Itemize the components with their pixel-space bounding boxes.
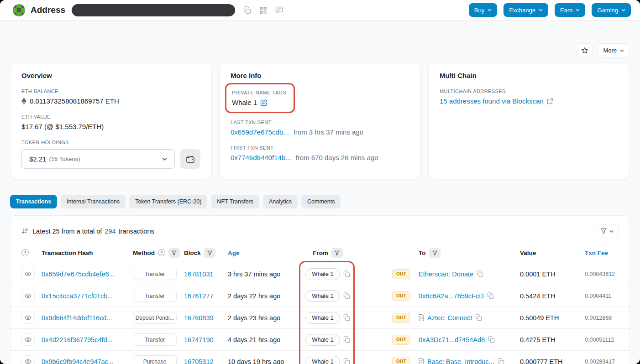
first-txn-hash-link[interactable]: 0x7746d6440f14b... bbox=[231, 154, 291, 161]
last-txn-time: from 3 hrs 37 mins ago bbox=[294, 128, 363, 136]
summary-count-link[interactable]: 294 bbox=[105, 228, 115, 235]
from-name-tag[interactable]: Whale 1 bbox=[305, 334, 340, 346]
tab-token-transfers[interactable]: Token Transfers (ERC-20) bbox=[129, 195, 207, 208]
copy-icon[interactable] bbox=[475, 314, 482, 321]
private-tags-label: PRIVATE NAME TAGS bbox=[232, 90, 286, 95]
preview-eye-button[interactable] bbox=[21, 312, 35, 324]
method-help-icon[interactable]: ? bbox=[158, 249, 165, 256]
to-link[interactable]: Base: Base, Introduc... bbox=[427, 358, 494, 364]
block-link[interactable]: 16705312 bbox=[184, 358, 228, 364]
col-txn-fee[interactable]: Txn Fee bbox=[585, 250, 619, 256]
to-link[interactable]: Etherscan: Donate bbox=[419, 270, 473, 278]
transactions-toolbar: Latest 25 from a total of 294 transactio… bbox=[10, 224, 630, 238]
col-age-toggle[interactable]: Age bbox=[228, 250, 297, 256]
from-name-tag[interactable]: Whale 1 bbox=[305, 312, 340, 324]
preview-eye-button[interactable] bbox=[21, 355, 35, 364]
from-cell: Whale 1 bbox=[297, 268, 358, 280]
tab-comments[interactable]: Comments bbox=[301, 195, 341, 208]
holdings-amount: $2.21 bbox=[29, 155, 47, 163]
edit-tag-icon[interactable] bbox=[260, 99, 268, 106]
to-cell: 0x6c6A2a...7659cFcD bbox=[419, 292, 520, 300]
col-from: From bbox=[297, 248, 358, 258]
block-link[interactable]: 16781031 bbox=[184, 270, 228, 278]
method-filter-button[interactable] bbox=[168, 248, 180, 258]
from-cell: Whale 1 bbox=[297, 312, 358, 324]
last-txn-hash-link[interactable]: 0x659d7e675cdb... bbox=[231, 128, 289, 136]
copy-address-icon[interactable] bbox=[243, 6, 251, 14]
more-options-button[interactable]: More bbox=[597, 43, 630, 57]
from-name-tag[interactable]: Whale 1 bbox=[305, 356, 340, 364]
token-holdings-row: $2.21 (15 Tokens) bbox=[21, 149, 200, 169]
txn-hash-link[interactable]: 0x9d664f14ddef116cd... bbox=[42, 314, 133, 322]
buy-button[interactable]: Buy bbox=[469, 3, 497, 17]
direction-badge: OUT bbox=[392, 291, 410, 301]
earn-button[interactable]: Earn bbox=[555, 3, 585, 17]
external-link-icon bbox=[547, 98, 553, 104]
eth-value-text: $17.67 (@ $1,553.79/ETH) bbox=[21, 123, 200, 130]
txn-hash-link[interactable]: 0x659d7e675cdb4efe6... bbox=[42, 270, 133, 278]
tab-internal-transactions[interactable]: Internal Transactions bbox=[61, 195, 126, 208]
wallet-icon bbox=[186, 156, 194, 163]
from-name-tag[interactable]: Whale 1 bbox=[305, 290, 340, 302]
preview-eye-button[interactable] bbox=[21, 290, 35, 302]
copy-icon[interactable] bbox=[498, 358, 504, 364]
navbar-menu: Buy Exchange Earn Gaming bbox=[469, 3, 631, 17]
eye-icon bbox=[25, 315, 31, 320]
star-icon bbox=[581, 47, 588, 54]
preview-eye-button[interactable] bbox=[21, 268, 35, 280]
to-link[interactable]: Aztec: Connect bbox=[427, 314, 472, 322]
block-filter-button[interactable] bbox=[204, 248, 215, 258]
blockscan-link[interactable]: 15 addresses found via Blockscan bbox=[440, 97, 544, 105]
help-icon[interactable]: ? bbox=[21, 249, 29, 256]
table-filter-button[interactable] bbox=[596, 224, 619, 238]
token-holdings-dropdown[interactable]: $2.21 (15 Tokens) bbox=[21, 149, 175, 169]
block-link[interactable]: 16747190 bbox=[184, 336, 228, 343]
block-link[interactable]: 16760839 bbox=[184, 314, 228, 322]
value-text: 0.5424 ETH bbox=[520, 292, 585, 300]
funnel-icon bbox=[335, 250, 340, 255]
copy-icon[interactable] bbox=[343, 336, 350, 343]
copy-icon[interactable] bbox=[343, 358, 350, 364]
to-link[interactable]: 0x6c6A2a...7659cFcD bbox=[419, 292, 484, 300]
preview-eye-button[interactable] bbox=[21, 333, 35, 346]
age-text: 2 days 23 hrs ago bbox=[228, 314, 297, 322]
copy-icon[interactable] bbox=[488, 336, 495, 343]
to-link[interactable]: 0xA3Dc71...d7454Ad8 bbox=[419, 336, 485, 343]
txn-hash-link[interactable]: 0x15c4cca3771cf01cb... bbox=[42, 292, 133, 300]
from-name-tag[interactable]: Whale 1 bbox=[305, 268, 340, 280]
table-row: 0x9d664f14ddef116cd... Deposit Pendi... … bbox=[10, 307, 630, 328]
to-cell: Base: Base, Introduc... bbox=[419, 358, 520, 364]
txn-hash-link[interactable]: 0x9b6c9fb94c4e947ac... bbox=[42, 358, 133, 364]
copy-icon[interactable] bbox=[343, 314, 350, 321]
multichain-card: Multi Chain MULTICHAIN ADDRESSES 15 addr… bbox=[428, 63, 630, 179]
favorite-star-button[interactable] bbox=[577, 43, 593, 57]
address-blockie-avatar bbox=[13, 4, 25, 16]
method-badge: Transfer bbox=[133, 290, 177, 302]
copy-icon[interactable] bbox=[343, 270, 350, 277]
copy-icon[interactable] bbox=[477, 270, 483, 277]
gaming-button[interactable]: Gaming bbox=[592, 3, 631, 17]
info-cards-row: Overview ETH BALANCE 0.01137325808186975… bbox=[0, 57, 640, 179]
eye-icon bbox=[25, 271, 31, 276]
to-filter-button[interactable] bbox=[429, 248, 441, 258]
page-title: Address bbox=[31, 5, 65, 15]
copy-icon[interactable] bbox=[487, 292, 494, 299]
buy-button-label: Buy bbox=[474, 7, 484, 14]
table-header-row: ? Transaction Hash Method ? Block Age Fr… bbox=[10, 243, 630, 263]
tab-transactions[interactable]: Transactions bbox=[10, 195, 57, 208]
funnel-icon bbox=[172, 250, 177, 255]
comment-icon[interactable] bbox=[275, 6, 283, 14]
exchange-button[interactable]: Exchange bbox=[504, 3, 548, 17]
txn-hash-link[interactable]: 0x4d2216f367795c4fd... bbox=[42, 336, 133, 343]
qr-code-icon[interactable] bbox=[259, 6, 267, 14]
summary-suffix: transactions bbox=[119, 228, 154, 235]
col-value: Value bbox=[520, 250, 585, 256]
private-tag-text: Whale 1 bbox=[232, 99, 257, 106]
tab-analytics[interactable]: Analytics bbox=[263, 195, 298, 208]
first-txn-line: 0x7746d6440f14b... from 670 days 26 mins… bbox=[231, 154, 409, 161]
wallet-button[interactable] bbox=[180, 149, 200, 169]
tab-nft-transfers[interactable]: NFT Transfers bbox=[211, 195, 259, 208]
from-filter-button[interactable] bbox=[331, 248, 343, 258]
copy-icon[interactable] bbox=[343, 292, 350, 299]
block-link[interactable]: 16761277 bbox=[184, 292, 228, 300]
